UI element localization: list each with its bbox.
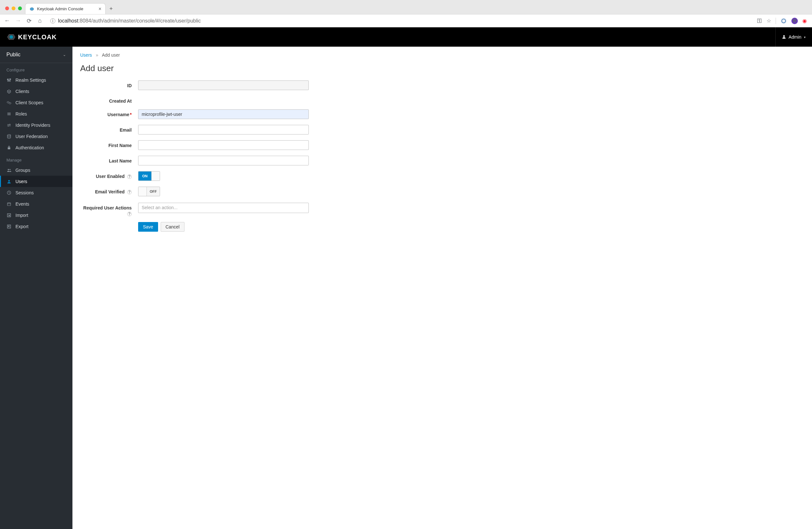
label-id: ID [80, 80, 138, 88]
browser-tab-bar: Keycloak Admin Console × + [0, 0, 812, 14]
toggle-on-label: ON [139, 172, 151, 180]
chevron-down-icon: ⌄ [63, 53, 66, 57]
brand-name: KEYCLOAK [18, 33, 57, 41]
profile-avatar-icon[interactable]: H [792, 18, 798, 24]
svg-line-12 [8, 91, 9, 92]
lock-icon [6, 145, 12, 150]
new-tab-button[interactable]: + [106, 3, 117, 14]
svg-point-22 [8, 169, 9, 170]
sidebar-item-client-scopes[interactable]: Client Scopes [0, 97, 72, 108]
extension-badge-icon[interactable]: ◉ [802, 18, 807, 24]
last-name-field[interactable] [138, 156, 309, 165]
cube-icon [6, 89, 12, 94]
back-button[interactable]: ← [3, 17, 11, 24]
svg-marker-0 [30, 8, 34, 10]
sidebar-item-label: Authentication [15, 145, 44, 150]
sidebar-item-label: Client Scopes [15, 100, 43, 105]
help-icon[interactable]: ? [127, 174, 132, 179]
user-icon [782, 34, 786, 40]
sidebar-item-identity-providers[interactable]: Identity Providers [0, 119, 72, 131]
sidebar-item-user-federation[interactable]: User Federation [0, 131, 72, 142]
user-menu[interactable]: Admin ▾ [775, 27, 806, 47]
sidebar-section-manage: Manage [0, 153, 72, 164]
bookmark-star-icon[interactable]: ☆ [767, 18, 771, 24]
help-icon[interactable]: ? [127, 212, 132, 216]
toggle-handle [151, 172, 160, 180]
label-first-name: First Name [80, 140, 138, 148]
sidebar-item-events[interactable]: Events [0, 198, 72, 209]
tab-close-icon[interactable]: × [99, 6, 101, 12]
label-last-name: Last Name [80, 156, 138, 163]
reload-button[interactable]: ⟳ [25, 17, 33, 25]
toggle-off-label: OFF [147, 187, 160, 196]
list-icon [6, 112, 12, 116]
window-minimize-icon[interactable] [12, 6, 15, 10]
toggle-handle [139, 187, 147, 196]
sidebar-item-label: Roles [15, 111, 27, 117]
sidebar-item-label: Identity Providers [15, 122, 50, 128]
toolbar-divider [775, 18, 776, 24]
app-header: KEYCLOAK Admin ▾ [0, 27, 812, 47]
sidebar-item-realm-settings[interactable]: Realm Settings [0, 74, 72, 86]
sidebar-item-roles[interactable]: Roles [0, 108, 72, 119]
main-content: Users » Add user Add user ID Created At … [72, 47, 812, 529]
sidebar-item-authentication[interactable]: Authentication [0, 142, 72, 153]
import-icon [6, 213, 12, 218]
sliders-icon [6, 78, 12, 83]
breadcrumb-parent-link[interactable]: Users [80, 53, 92, 58]
window-maximize-icon[interactable] [18, 6, 22, 10]
sidebar-item-label: Groups [15, 168, 30, 173]
save-button[interactable]: Save [138, 222, 158, 232]
forward-button[interactable]: → [14, 17, 22, 24]
sidebar-section-configure: Configure [0, 63, 72, 74]
url-field[interactable]: i localhost:8084/auth/admin/master/conso… [47, 16, 754, 26]
export-icon [6, 224, 12, 229]
sidebar-item-label: Events [15, 202, 29, 207]
sidebar-item-export[interactable]: Export [0, 221, 72, 232]
label-created-at: Created At [80, 96, 138, 104]
help-icon[interactable]: ? [127, 190, 132, 194]
brand-logo[interactable]: KEYCLOAK [6, 32, 57, 42]
window-controls [3, 6, 25, 14]
first-name-field[interactable] [138, 140, 309, 150]
exchange-icon [6, 123, 12, 128]
sidebar-item-users[interactable]: Users [0, 176, 72, 187]
browser-tab-title: Keycloak Admin Console [37, 6, 83, 11]
user-icon [6, 179, 12, 184]
sidebar: Public ⌄ Configure Realm Settings Client… [0, 47, 72, 529]
username-field[interactable] [138, 109, 309, 119]
required-actions-select[interactable]: Select an action... [138, 203, 309, 213]
label-email-verified: Email Verified ? [80, 187, 138, 194]
svg-point-1 [782, 19, 786, 23]
svg-point-10 [10, 78, 11, 79]
breadcrumb: Users » Add user [80, 53, 804, 58]
svg-point-8 [8, 79, 9, 80]
home-button[interactable]: ⌂ [36, 17, 44, 24]
window-close-icon[interactable] [5, 6, 9, 10]
browser-tab[interactable]: Keycloak Admin Console × [25, 3, 106, 14]
email-field[interactable] [138, 125, 309, 134]
sidebar-item-groups[interactable]: Groups [0, 164, 72, 176]
site-info-icon[interactable]: i [50, 18, 55, 24]
realm-name: Public [6, 52, 20, 58]
cancel-button[interactable]: Cancel [161, 222, 185, 232]
extension-icon[interactable] [781, 18, 787, 24]
sidebar-item-label: Users [15, 179, 27, 184]
svg-point-20 [8, 134, 11, 136]
svg-line-13 [9, 91, 11, 92]
calendar-icon [6, 202, 12, 206]
password-key-icon[interactable]: ⚿ [757, 18, 762, 24]
favicon-icon [29, 6, 34, 12]
realm-selector[interactable]: Public ⌄ [0, 47, 72, 63]
svg-marker-16 [9, 102, 11, 104]
keycloak-logo-icon [6, 32, 16, 42]
sidebar-item-import[interactable]: Import [0, 209, 72, 221]
sidebar-item-sessions[interactable]: Sessions [0, 187, 72, 198]
user-label: Admin [788, 34, 801, 40]
browser-address-bar: ← → ⟳ ⌂ i localhost:8084/auth/admin/mast… [0, 14, 812, 27]
svg-rect-26 [8, 203, 11, 206]
user-enabled-toggle[interactable]: ON [138, 171, 160, 181]
breadcrumb-current: Add user [102, 53, 120, 58]
sidebar-item-clients[interactable]: Clients [0, 86, 72, 97]
email-verified-toggle[interactable]: OFF [138, 187, 160, 196]
